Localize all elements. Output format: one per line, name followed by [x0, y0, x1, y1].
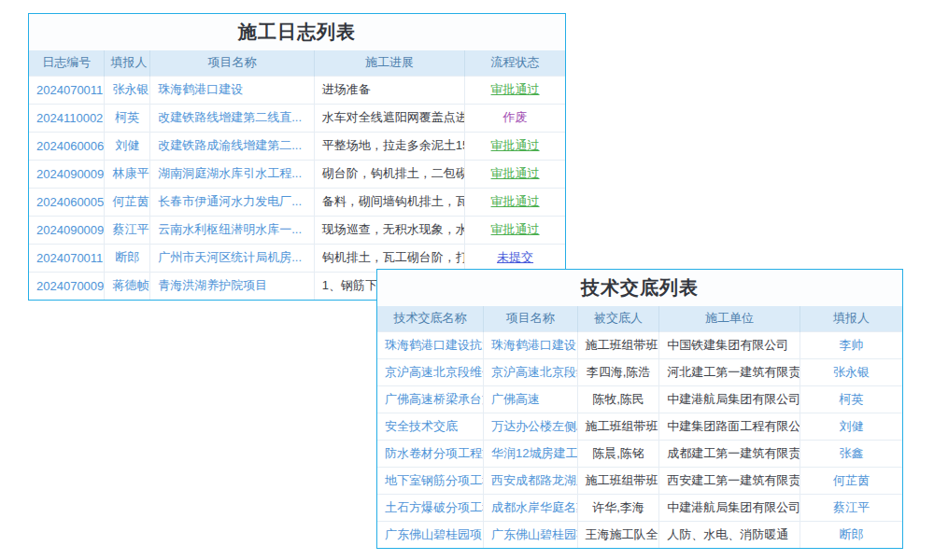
- cell-progress: 水车对全线遮阳网覆盖点进行...: [314, 104, 464, 132]
- cell-disclosure-name[interactable]: 广佛高速桥梁承台施...: [377, 385, 484, 413]
- cell-status[interactable]: 作废: [465, 104, 565, 132]
- table-row: 2024070011张永银珠海鹤港口建设进场准备审批通过: [29, 76, 565, 104]
- cell-project[interactable]: 珠海鹤港口建设: [484, 331, 578, 358]
- cell-reporter[interactable]: 林康平: [105, 160, 150, 188]
- cell-progress: 平整场地，拉走多余泥土15辆...: [314, 132, 464, 160]
- cell-project[interactable]: 珠海鹤港口建设: [150, 76, 315, 104]
- header-row: 技术交底名称项目名称被交底人施工单位填报人: [377, 306, 902, 331]
- cell-disclosure-name[interactable]: 珠海鹤港口建设抗浮...: [377, 331, 484, 358]
- cell-reporter[interactable]: 张永银: [105, 76, 150, 104]
- cell-recipient: 许华,李海: [577, 494, 659, 521]
- cell-unit: 成都建工第一建筑有限责任公司: [659, 440, 800, 467]
- cell-reporter[interactable]: 何芷茵: [105, 188, 150, 216]
- cell-reporter[interactable]: 柯英: [105, 104, 150, 132]
- cell-disclosure-name[interactable]: 广东佛山碧桂园项目...: [377, 521, 484, 548]
- cell-recipient: 施工班组带班...: [577, 413, 659, 440]
- cell-log-no[interactable]: 2024110002: [29, 104, 105, 132]
- cell-recipient: 李四海,陈浩: [577, 358, 659, 385]
- cell-disclosure-name[interactable]: 土石方爆破分项工程...: [377, 494, 484, 521]
- cell-reporter[interactable]: 柯英: [800, 385, 902, 413]
- technical-disclosure-table: 技术交底名称项目名称被交底人施工单位填报人珠海鹤港口建设抗浮...珠海鹤港口建设…: [377, 306, 902, 548]
- construction-log-table: 日志编号填报人项目名称施工进展流程状态2024070011张永银珠海鹤港口建设进…: [29, 50, 565, 300]
- cell-reporter[interactable]: 张鑫: [800, 440, 902, 467]
- cell-project[interactable]: 万达办公楼左侧A...: [484, 413, 578, 440]
- column-header-progress: 施工进展: [314, 50, 464, 76]
- cell-project[interactable]: 湖南洞庭湖水库引水工程...: [150, 160, 315, 188]
- table-row: 2024110002柯英改建铁路线增建第二线直...水车对全线遮阳网覆盖点进行.…: [29, 104, 565, 132]
- column-header-project: 项目名称: [150, 50, 315, 76]
- cell-recipient: 施工班组带班...: [577, 331, 659, 358]
- cell-status[interactable]: 审批通过: [465, 188, 565, 216]
- cell-project[interactable]: 云南水利枢纽潜明水库一...: [150, 216, 315, 244]
- cell-progress: 砌台阶，钩机排土，二包砌间...: [314, 160, 464, 188]
- column-header-reporter: 填报人: [105, 50, 150, 76]
- cell-log-no[interactable]: 2024070011: [29, 76, 105, 104]
- technical-disclosure-title: 技术交底列表: [377, 270, 902, 306]
- cell-project[interactable]: 广佛高速: [484, 385, 578, 413]
- cell-reporter[interactable]: 蒋德帧: [105, 272, 150, 300]
- column-header-unit: 施工单位: [659, 306, 800, 331]
- construction-log-panel: 施工日志列表 日志编号填报人项目名称施工进展流程状态2024070011张永银珠…: [28, 13, 566, 301]
- cell-status[interactable]: 审批通过: [465, 76, 565, 104]
- table-row: 珠海鹤港口建设抗浮...珠海鹤港口建设施工班组带班...中国铁建集团有限公司李帅: [377, 331, 902, 358]
- cell-project[interactable]: 青海洪湖养护院项目: [150, 272, 315, 300]
- cell-progress: 进场准备: [314, 76, 464, 104]
- cell-project[interactable]: 改建铁路成渝线增建第二...: [150, 132, 315, 160]
- cell-project[interactable]: 广东佛山碧桂园项目: [484, 521, 578, 548]
- table-row: 京沪高速北京段维修...京沪高速北京段维修李四海,陈浩河北建工第一建筑有限责任公…: [377, 358, 902, 385]
- cell-status[interactable]: 审批通过: [465, 132, 565, 160]
- construction-log-title: 施工日志列表: [29, 14, 565, 50]
- cell-reporter[interactable]: 刘健: [800, 413, 902, 440]
- cell-unit: 中建集团路面工程有限公司: [659, 413, 800, 440]
- cell-log-no[interactable]: 2024070011: [29, 244, 105, 272]
- table-row: 2024060005何芷茵长春市伊通河水力发电厂...备料，砌间墙钩机排土，瓦工…: [29, 188, 565, 216]
- cell-status[interactable]: 未提交: [465, 244, 565, 272]
- cell-reporter[interactable]: 何芷茵: [800, 467, 902, 494]
- cell-progress: 钩机排土，瓦工砌台阶，打地...: [314, 244, 464, 272]
- table-row: 防水卷材分项工程施...华润12城房建工...陈晨,陈铭成都建工第一建筑有限责任…: [377, 440, 902, 467]
- table-row: 2024060006刘健改建铁路成渝线增建第二...平整场地，拉走多余泥土15辆…: [29, 132, 565, 160]
- cell-project[interactable]: 西安成都路龙湖上...: [484, 467, 578, 494]
- header-row: 日志编号填报人项目名称施工进展流程状态: [29, 50, 565, 76]
- column-header-recipient: 被交底人: [577, 306, 659, 331]
- cell-project[interactable]: 长春市伊通河水力发电厂...: [150, 188, 315, 216]
- cell-reporter[interactable]: 张永银: [800, 358, 902, 385]
- cell-project[interactable]: 成都水岸华庭名苑...: [484, 494, 578, 521]
- table-row: 2024070011断郎广州市天河区统计局机房...钩机排土，瓦工砌台阶，打地.…: [29, 244, 565, 272]
- cell-reporter[interactable]: 李帅: [800, 331, 902, 358]
- table-row: 2024090009蔡江平云南水利枢纽潜明水库一...现场巡查，无积水现象，水马…: [29, 216, 565, 244]
- cell-reporter[interactable]: 蔡江平: [800, 494, 902, 521]
- table-row: 安全技术交底万达办公楼左侧A...施工班组带班...中建集团路面工程有限公司刘健: [377, 413, 902, 440]
- cell-log-no[interactable]: 2024090009: [29, 216, 105, 244]
- cell-progress: 现场巡查，无积水现象，水马...: [314, 216, 464, 244]
- cell-unit: 人防、水电、消防暖通: [659, 521, 800, 548]
- cell-recipient: 王海施工队全队: [577, 521, 659, 548]
- cell-disclosure-name[interactable]: 安全技术交底: [377, 413, 484, 440]
- cell-project[interactable]: 京沪高速北京段维修: [484, 358, 578, 385]
- cell-reporter[interactable]: 断郎: [800, 521, 902, 548]
- cell-project[interactable]: 广州市天河区统计局机房...: [150, 244, 315, 272]
- cell-project[interactable]: 改建铁路线增建第二线直...: [150, 104, 315, 132]
- technical-disclosure-panel: 技术交底列表 技术交底名称项目名称被交底人施工单位填报人珠海鹤港口建设抗浮...…: [376, 269, 903, 549]
- cell-reporter[interactable]: 断郎: [105, 244, 150, 272]
- cell-disclosure-name[interactable]: 地下室钢筋分项工程...: [377, 467, 484, 494]
- cell-project[interactable]: 华润12城房建工...: [484, 440, 578, 467]
- column-header-status: 流程状态: [465, 50, 565, 76]
- cell-log-no[interactable]: 2024060005: [29, 188, 105, 216]
- cell-log-no[interactable]: 2024090009: [29, 160, 105, 188]
- cell-status[interactable]: 审批通过: [465, 216, 565, 244]
- cell-unit: 中建港航局集团有限公司: [659, 385, 800, 413]
- cell-unit: 河北建工第一建筑有限责任公司: [659, 358, 800, 385]
- column-header-log-no: 日志编号: [29, 50, 105, 76]
- cell-log-no[interactable]: 2024070009: [29, 272, 105, 300]
- cell-unit: 西安建工第一建筑有限责任公司: [659, 467, 800, 494]
- table-row: 广佛高速桥梁承台施...广佛高速陈牧,陈民中建港航局集团有限公司柯英: [377, 385, 902, 413]
- cell-reporter[interactable]: 蔡江平: [105, 216, 150, 244]
- column-header-reporter: 填报人: [800, 306, 902, 331]
- cell-status[interactable]: 审批通过: [465, 160, 565, 188]
- cell-unit: 中建港航局集团有限公司: [659, 494, 800, 521]
- cell-reporter[interactable]: 刘健: [105, 132, 150, 160]
- cell-disclosure-name[interactable]: 京沪高速北京段维修...: [377, 358, 484, 385]
- cell-log-no[interactable]: 2024060006: [29, 132, 105, 160]
- cell-disclosure-name[interactable]: 防水卷材分项工程施...: [377, 440, 484, 467]
